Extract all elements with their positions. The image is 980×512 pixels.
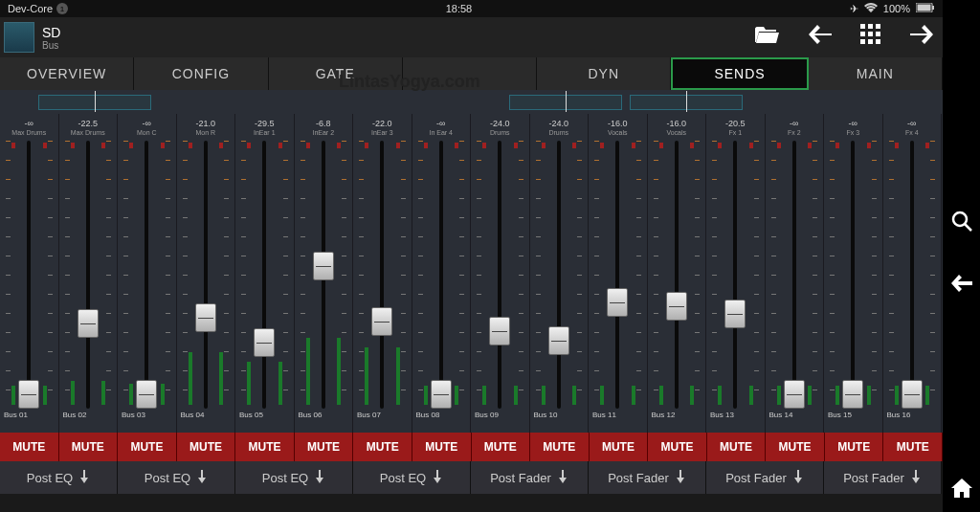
mute-button[interactable]: MUTE [353,433,412,461]
post-button[interactable]: Post Fader [706,461,824,494]
mute-button[interactable]: MUTE [707,433,767,461]
channel-header: -∞Fx 3 [824,114,882,141]
tab-config[interactable]: CONFIG [134,57,268,90]
bus-label: Bus 02 [59,411,118,424]
channel-strip: -∞Fx 3Bus 15 [824,114,883,433]
fader-area [0,141,58,409]
fader-knob[interactable] [784,380,805,409]
fader-track[interactable] [380,141,384,409]
post-button[interactable]: Post EQ [118,461,235,494]
fader-knob[interactable] [254,328,275,357]
channel-header: -16.0Vocals [589,114,647,141]
fader-knob[interactable] [724,300,746,328]
fader-knob[interactable] [548,326,569,355]
mute-button[interactable]: MUTE [766,433,825,461]
mute-button[interactable]: MUTE [883,433,943,461]
fader-track[interactable] [675,141,679,409]
bus-label: Bus 06 [295,411,353,424]
mute-button[interactable]: MUTE [530,433,590,461]
post-button[interactable]: Post EQ [353,461,471,494]
mute-button[interactable]: MUTE [59,433,119,461]
channel-name: Fx 4 [905,129,919,137]
fader-knob[interactable] [18,380,39,409]
mute-button[interactable]: MUTE [412,433,472,461]
channel-icon[interactable] [4,22,34,53]
fader-knob[interactable] [666,292,687,321]
search-icon[interactable] [951,211,972,236]
mute-button[interactable]: MUTE [648,433,707,461]
fader-knob[interactable] [136,380,157,409]
fader-track[interactable] [145,141,148,409]
fader-track[interactable] [557,141,561,409]
fader-track[interactable] [792,141,796,409]
fader-knob[interactable] [195,303,216,332]
channel-name: Fx 2 [788,129,801,137]
level-meter [835,386,839,405]
fader-track[interactable] [498,141,501,409]
tab-overview[interactable]: OVERVIEW [0,57,134,90]
mute-button[interactable]: MUTE [825,433,884,461]
tab-main[interactable]: MAIN [809,57,943,90]
fader-track[interactable] [204,141,208,409]
channel-db: -24.0 [548,120,568,129]
tab-dyn[interactable]: DYN [537,57,671,90]
fader-knob[interactable] [489,317,510,345]
mute-button[interactable]: MUTE [295,433,354,461]
channel-name: InEar 3 [371,129,393,137]
channel-db: -16.0 [608,120,628,129]
fader-track[interactable] [851,141,855,409]
post-button[interactable]: Post EQ [235,461,353,494]
mute-button[interactable]: MUTE [235,433,295,461]
down-arrow-icon [675,470,686,486]
fader-knob[interactable] [313,252,334,280]
post-button[interactable]: Post Fader [824,461,942,494]
mute-button[interactable]: MUTE [472,433,531,461]
svg-line-13 [965,224,971,231]
channel-name: Mon R [195,129,215,137]
level-meter [514,386,518,405]
mute-button[interactable]: MUTE [590,433,649,461]
channel-db: -6.8 [316,120,331,129]
mute-button[interactable]: MUTE [118,433,177,461]
fader-track[interactable] [86,141,90,409]
bus-label: Bus 03 [118,411,176,424]
channel-header: -∞In Ear 4 [412,114,471,141]
fader-knob[interactable] [371,307,392,336]
keypad-icon[interactable] [860,24,881,51]
channel-db: -21.0 [195,120,215,129]
tab-sends[interactable]: SENDS [671,57,808,90]
post-button[interactable]: Post Fader [471,461,589,494]
fader-knob[interactable] [902,380,923,409]
post-button[interactable]: Post Fader [589,461,706,494]
status-badge: 1 [56,3,68,14]
fader-knob[interactable] [78,309,99,338]
mute-button[interactable]: MUTE [0,433,59,461]
mute-button[interactable]: MUTE [177,433,236,461]
fader-track[interactable] [615,141,619,409]
fader-knob[interactable] [431,380,452,409]
level-meter [396,347,400,405]
channel-db: -∞ [790,120,798,129]
folder-icon[interactable] [755,25,780,50]
post-button[interactable]: Post EQ [0,461,118,494]
fader-track[interactable] [27,141,31,409]
back-icon[interactable] [951,275,972,297]
forward-arrow-icon[interactable] [910,25,933,50]
fader-track[interactable] [439,141,443,409]
channel-name: Max Drums [11,129,46,137]
fader-track[interactable] [733,141,737,409]
fader-knob[interactable] [607,288,628,317]
fader-area [59,141,118,409]
level-meter [895,386,899,405]
svg-point-12 [953,212,967,226]
level-meter [690,386,694,405]
home-icon[interactable] [951,479,972,502]
bus-label: Bus 09 [471,411,529,424]
down-arrow-icon [792,470,804,486]
fader-track[interactable] [910,141,914,409]
channel-header: -∞Fx 2 [766,114,824,141]
back-arrow-icon[interactable] [809,25,832,50]
fader-area [471,141,529,409]
fader-knob[interactable] [842,380,863,409]
fader-track[interactable] [262,141,266,409]
